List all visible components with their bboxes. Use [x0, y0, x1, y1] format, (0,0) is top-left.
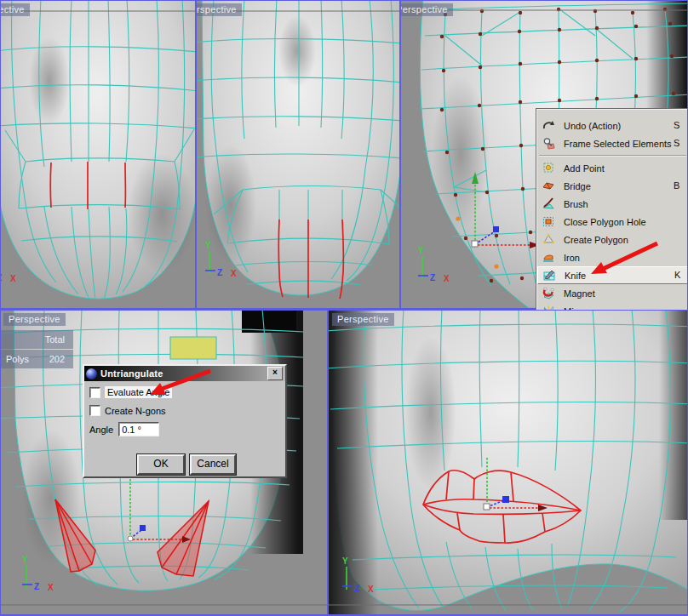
create-polygon-icon — [542, 233, 557, 246]
menu-item-label: Create Polygon — [564, 235, 628, 245]
poly-stats-overlay: Total Polys 202 — [0, 330, 73, 369]
stats-polys-value: 202 — [49, 354, 65, 364]
viewport-bottom-right[interactable]: Y Z X Perspective — [329, 311, 688, 614]
close-icon[interactable]: × — [267, 367, 283, 380]
menu-item-shortcut: B — [674, 180, 679, 191]
menu-item-frame-selected-elements[interactable]: Frame Selected Elements S — [537, 134, 688, 152]
brush-icon — [542, 197, 557, 210]
axis-gizmo: Y Z X — [0, 246, 16, 283]
menu-item-label: Undo (Action) — [564, 121, 621, 131]
axis-gizmo: Y Z X — [418, 246, 450, 283]
app-screen: Y Z X Perspective — [0, 0, 688, 616]
svg-text:X: X — [444, 274, 450, 283]
menu-item-shortcut: S — [674, 120, 679, 130]
menu-item-label: Brush — [564, 199, 588, 209]
dialog-titlebar[interactable]: Untriangulate × — [84, 366, 285, 381]
stats-polys-label: Polys — [6, 354, 29, 364]
svg-text:Y: Y — [342, 556, 348, 566]
menu-item-shortcut: K — [674, 270, 680, 280]
knife-icon — [543, 269, 558, 282]
dialog-title: Untriangulate — [100, 368, 163, 379]
svg-text:X: X — [368, 585, 374, 594]
frame-selected-icon — [542, 137, 557, 150]
menu-item-label: Frame Selected Elements — [564, 139, 672, 149]
create-ngons-label: Create N-gons — [105, 406, 166, 416]
add-point-icon — [542, 162, 557, 174]
menu-item-iron[interactable]: Iron — [537, 248, 688, 266]
svg-text:X: X — [48, 583, 54, 592]
ok-button[interactable]: OK — [137, 454, 185, 475]
app-sphere-icon — [86, 368, 97, 379]
menu-item-brush[interactable]: Brush — [537, 195, 688, 213]
cancel-button[interactable]: Cancel — [190, 454, 236, 475]
angle-row: Angle — [89, 422, 159, 436]
close-polygon-hole-icon — [542, 215, 557, 228]
viewport-label: Perspective — [3, 313, 66, 326]
angle-label: Angle — [89, 425, 113, 435]
menu-item-label: Add Point — [564, 163, 605, 174]
menu-item-bridge[interactable]: Bridge B — [537, 177, 688, 195]
svg-text:Z: Z — [217, 268, 222, 277]
viewport-label: Perspective — [401, 3, 453, 16]
context-menu: Undo (Action) S Frame Selected Elements … — [536, 109, 688, 310]
untriangulate-dialog: Untriangulate × Evaluate Angle Create N-… — [83, 364, 287, 478]
menu-item-magnet[interactable]: Magnet — [537, 284, 688, 302]
mirror-icon — [542, 305, 557, 310]
menu-item-label: Mirror — [564, 306, 588, 311]
magnet-icon — [542, 287, 557, 299]
svg-text:X: X — [231, 269, 237, 278]
bridge-icon — [542, 180, 557, 192]
viewport-label: Perspective — [0, 3, 30, 16]
iron-icon — [542, 251, 557, 264]
svg-text:X: X — [10, 274, 16, 283]
menu-item-label: Magnet — [564, 288, 595, 299]
panel-divider — [327, 311, 329, 616]
menu-item-shortcut: S — [674, 138, 679, 148]
menu-item-mirror[interactable]: Mirror — [537, 302, 688, 310]
mesh-top-middle: Y Z X — [197, 0, 399, 308]
create-ngons-row: Create N-gons — [89, 405, 166, 416]
evaluate-angle-row: Evaluate Angle — [89, 386, 172, 398]
undo-icon — [542, 119, 557, 132]
svg-text:Z: Z — [34, 582, 39, 591]
menu-item-label: Iron — [564, 253, 580, 263]
angle-input[interactable] — [118, 422, 159, 436]
svg-text:Z: Z — [430, 273, 435, 282]
menu-item-label: Knife — [565, 271, 586, 281]
viewport-top-middle[interactable]: Y Z X Perspective — [197, 0, 399, 308]
yellow-polygon — [170, 337, 216, 359]
svg-text:Y: Y — [205, 241, 211, 250]
menu-item-create-polygon[interactable]: Create Polygon — [537, 231, 688, 248]
evaluate-angle-label: Evaluate Angle — [105, 386, 172, 398]
svg-text:Y: Y — [22, 555, 28, 564]
panel-divider — [399, 0, 401, 309]
mesh-bottom-right: Y Z X — [329, 311, 688, 614]
viewport-label: Perspective — [197, 3, 242, 16]
menu-item-undo-action[interactable]: Undo (Action) S — [537, 117, 688, 134]
viewport-top-left[interactable]: Y Z X Perspective — [0, 0, 195, 308]
menu-item-label: Close Polygon Hole — [564, 217, 646, 227]
viewport-label: Perspective — [332, 313, 394, 326]
svg-text:Z: Z — [0, 273, 2, 282]
create-ngons-checkbox[interactable] — [89, 405, 100, 416]
menu-separator — [539, 155, 686, 157]
svg-text:Z: Z — [354, 584, 359, 593]
panel-divider — [195, 0, 197, 309]
menu-item-knife[interactable]: Knife K — [537, 266, 688, 284]
menu-item-add-point[interactable]: Add Point — [537, 159, 688, 177]
evaluate-angle-checkbox[interactable] — [89, 387, 100, 398]
menu-item-label: Bridge — [564, 181, 591, 191]
stats-total-label: Total — [45, 334, 65, 345]
mesh-top-left: Y Z X — [0, 0, 195, 308]
menu-item-close-polygon-hole[interactable]: Close Polygon Hole — [537, 213, 688, 231]
svg-text:Y: Y — [418, 246, 424, 255]
